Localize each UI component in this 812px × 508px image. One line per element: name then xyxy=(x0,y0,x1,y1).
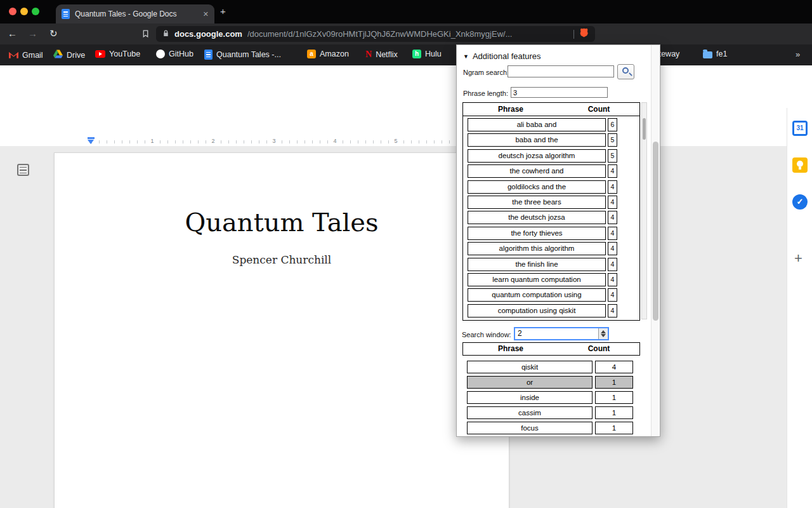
phrase-cell[interactable]: goldilocks and the xyxy=(468,180,606,194)
bookmark-youtube[interactable]: YouTube xyxy=(95,50,140,58)
brave-shield-icon[interactable] xyxy=(579,27,589,41)
table-row[interactable]: the cowherd and4 xyxy=(468,164,639,178)
table-row[interactable]: the finish line4 xyxy=(468,258,639,271)
reload-icon[interactable]: ↻ xyxy=(49,28,58,39)
search-window-value[interactable]: 2 xyxy=(515,328,598,339)
new-tab-button[interactable]: + xyxy=(220,6,226,17)
table-row[interactable]: goldilocks and the4 xyxy=(468,180,639,194)
table-row[interactable]: focus1 xyxy=(467,422,633,434)
table-row[interactable]: inside1 xyxy=(467,391,633,404)
phrase-length-input[interactable] xyxy=(511,87,608,98)
tab-close-icon[interactable]: ✕ xyxy=(203,10,209,18)
count-cell: 4 xyxy=(608,227,617,240)
phrase-cell[interactable]: ali baba and xyxy=(468,118,606,131)
bookmark-amazon[interactable]: a Amazon xyxy=(307,50,349,58)
table-row[interactable]: qiskit4 xyxy=(467,361,633,373)
table-scrollbar-thumb[interactable] xyxy=(643,118,646,140)
document-author-text: Spencer Churchill xyxy=(55,253,509,266)
phrase-cell[interactable]: deutsch jozsa algorithm xyxy=(468,149,606,163)
count-cell: 4 xyxy=(608,273,617,286)
docs-header: Quantum Tales ★ File Edit View Insert Fo… xyxy=(0,65,812,108)
table-row[interactable]: deutsch jozsa algorithm5 xyxy=(468,149,639,163)
stepper-arrows-icon[interactable] xyxy=(598,328,608,339)
count-cell: 4 xyxy=(608,180,617,194)
document-page[interactable]: Quantum Tales Spencer Churchill xyxy=(54,152,509,508)
bookmark-quantum-tales[interactable]: Quantum Tales -... xyxy=(204,50,281,60)
youtube-icon xyxy=(95,50,105,58)
phrase-cell[interactable]: learn quantum computation xyxy=(468,273,606,286)
keep-icon[interactable] xyxy=(792,157,808,173)
add-addon-icon[interactable]: + xyxy=(794,250,802,267)
forward-icon[interactable]: → xyxy=(28,28,37,39)
table-row[interactable]: algorithm this algorithm4 xyxy=(468,242,639,255)
bookmarks-overflow-icon[interactable]: » xyxy=(796,50,800,59)
table-row[interactable]: cassim1 xyxy=(467,406,633,419)
ruler-number: 2 xyxy=(209,138,217,144)
calendar-icon[interactable]: 31 xyxy=(792,121,808,136)
phrase-cell[interactable]: computation using qiskit xyxy=(468,304,606,318)
count-cell: 4 xyxy=(608,211,617,224)
bookmark-netflix[interactable]: N Netflix xyxy=(365,50,398,60)
ngram-search-input[interactable] xyxy=(508,65,614,77)
table-row[interactable]: quantum computation using4 xyxy=(468,288,639,302)
table-row-highlighted[interactable]: or1 xyxy=(467,376,633,389)
bookmark-gmail[interactable]: Gmail xyxy=(9,50,43,61)
count-header: Count xyxy=(558,103,639,116)
table-row[interactable]: computation using qiskit4 xyxy=(468,304,639,318)
count-cell: 4 xyxy=(608,196,617,209)
ngram-search-button[interactable] xyxy=(617,64,634,79)
phrase-cell[interactable]: the deutsch jozsa xyxy=(468,211,606,224)
popup-scrollbar[interactable] xyxy=(651,45,659,436)
back-icon[interactable]: ← xyxy=(8,28,17,39)
table-scrollbar[interactable] xyxy=(641,102,647,319)
popup-scrollbar-thumb[interactable] xyxy=(653,142,658,321)
address-bar[interactable]: docs.google.com/document/d/1nlGzXv09roHM… xyxy=(156,26,595,42)
table-row[interactable]: baba and the5 xyxy=(468,133,639,147)
magnifier-icon xyxy=(622,67,629,74)
table-row[interactable]: learn quantum computation4 xyxy=(468,273,639,286)
phrase-cell[interactable]: cassim xyxy=(467,406,593,419)
close-window-button[interactable] xyxy=(9,8,16,15)
phrase-cell[interactable]: the forty thieves xyxy=(468,227,606,240)
phrase-cell[interactable]: baba and the xyxy=(468,133,606,147)
table-row[interactable]: ali baba and6 xyxy=(468,118,639,131)
zoom-window-button[interactable] xyxy=(32,8,39,15)
phrase-cell[interactable]: the finish line xyxy=(468,258,606,271)
browser-tab[interactable]: Quantum Tales - Google Docs ✕ xyxy=(56,4,214,23)
bookmark-icon[interactable] xyxy=(141,29,150,41)
ruler[interactable]: 1 2 3 4 5 xyxy=(0,137,787,146)
ruler-number: 3 xyxy=(270,138,278,144)
search-window-spinner[interactable]: 2 xyxy=(514,327,609,340)
table-row[interactable]: the deutsch jozsa4 xyxy=(468,211,639,224)
phrase-cell[interactable]: focus xyxy=(467,422,593,434)
count-cell: 1 xyxy=(595,376,633,389)
phrase-cell[interactable]: algorithm this algorithm xyxy=(468,242,606,255)
left-indent-marker[interactable] xyxy=(88,140,94,144)
phrase-cell[interactable]: qiskit xyxy=(467,361,593,373)
phrase-cell[interactable]: or xyxy=(467,376,593,389)
additional-features-header[interactable]: ▼ Additional features xyxy=(463,51,541,61)
phrase-cell[interactable]: inside xyxy=(467,391,593,404)
document-outline-icon[interactable] xyxy=(17,164,29,176)
bookmark-label: fe1 xyxy=(716,50,727,58)
ngram-results-table: Phrase Count ali baba and6 baba and the5… xyxy=(462,102,640,321)
bookmark-fe1[interactable]: fe1 xyxy=(703,50,727,58)
phrase-cell[interactable]: the three bears xyxy=(468,196,606,209)
bookmark-hulu[interactable]: h Hulu xyxy=(412,50,442,58)
count-cell: 1 xyxy=(595,406,633,419)
minimize-window-button[interactable] xyxy=(20,8,28,15)
phrase-cell[interactable]: quantum computation using xyxy=(468,288,606,302)
collapse-caret-icon[interactable]: ▼ xyxy=(463,53,469,60)
table-body: ali baba and6 baba and the5 deutsch jozs… xyxy=(463,116,639,320)
first-line-indent-marker[interactable] xyxy=(88,137,95,139)
tasks-icon[interactable]: ✓ xyxy=(792,194,808,210)
drive-icon xyxy=(53,50,63,61)
bookmark-github[interactable]: GitHub xyxy=(156,50,193,58)
macos-titlebar: Quantum Tales - Google Docs ✕ + xyxy=(0,0,812,23)
phrase-cell[interactable]: the cowherd and xyxy=(468,164,606,178)
bookmark-drive[interactable]: Drive xyxy=(53,50,85,61)
window-table-body: qiskit4 or1 inside1 cassim1 focus1 xyxy=(467,361,633,437)
docs-toolbar: ↶ ↷ A✓ 100% ▾ Normal text ▾ Baskervville… xyxy=(0,108,812,137)
table-row[interactable]: the forty thieves4 xyxy=(468,227,639,240)
table-row[interactable]: the three bears4 xyxy=(468,196,639,209)
